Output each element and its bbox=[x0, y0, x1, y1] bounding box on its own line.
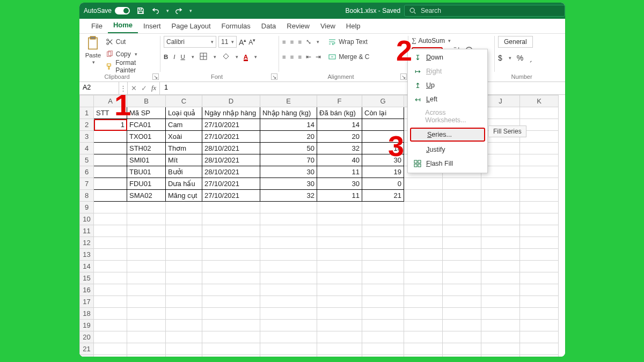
row-header[interactable]: 22 bbox=[80, 355, 94, 357]
cell[interactable]: 30 bbox=[260, 178, 317, 190]
fill-up-item[interactable]: ↥Up bbox=[408, 78, 487, 92]
fill-series-item[interactable]: Series... bbox=[410, 128, 485, 142]
cell[interactable] bbox=[94, 261, 127, 272]
cell[interactable]: 18 bbox=[362, 143, 404, 154]
cell[interactable] bbox=[481, 249, 520, 261]
cell[interactable] bbox=[443, 272, 481, 284]
cell[interactable]: 21 bbox=[362, 190, 404, 202]
cell[interactable] bbox=[520, 225, 559, 237]
cell[interactable] bbox=[260, 237, 317, 249]
cell[interactable] bbox=[260, 355, 317, 357]
cell[interactable]: 20 bbox=[317, 131, 362, 143]
cell[interactable]: FCA01 bbox=[127, 119, 166, 131]
row-header[interactable]: 14 bbox=[80, 261, 94, 272]
cell[interactable] bbox=[443, 190, 481, 202]
cell[interactable] bbox=[127, 249, 166, 261]
cell[interactable] bbox=[481, 237, 520, 249]
cell[interactable]: STT bbox=[94, 107, 127, 119]
cell[interactable] bbox=[166, 284, 202, 296]
tab-home[interactable]: Home bbox=[108, 19, 138, 33]
cell[interactable] bbox=[166, 320, 202, 331]
cell[interactable] bbox=[520, 308, 559, 320]
cell[interactable]: 40 bbox=[317, 154, 362, 166]
cell[interactable]: 28/10/2021 bbox=[202, 166, 260, 178]
cell[interactable] bbox=[202, 202, 260, 213]
cell[interactable] bbox=[94, 296, 127, 308]
enter-formula-icon[interactable]: ✓ bbox=[141, 84, 147, 92]
cell[interactable] bbox=[260, 343, 317, 355]
flash-fill-item[interactable]: Flash Fill bbox=[408, 157, 487, 171]
cell[interactable] bbox=[362, 355, 404, 357]
merge-center-button[interactable]: Merge & C bbox=[328, 51, 369, 63]
cell[interactable]: Thơm bbox=[166, 143, 202, 154]
fill-justify-item[interactable]: Justify bbox=[408, 143, 487, 157]
cancel-formula-icon[interactable]: ✕ bbox=[131, 84, 137, 92]
cell[interactable] bbox=[94, 131, 127, 143]
cell[interactable] bbox=[260, 202, 317, 213]
cell[interactable]: 1 bbox=[94, 119, 127, 131]
cell[interactable] bbox=[202, 213, 260, 225]
cell[interactable] bbox=[202, 296, 260, 308]
cell[interactable] bbox=[94, 249, 127, 261]
cell[interactable] bbox=[362, 131, 404, 143]
cell[interactable] bbox=[481, 355, 520, 357]
cell[interactable] bbox=[481, 261, 520, 272]
cell[interactable] bbox=[317, 355, 362, 357]
cell[interactable] bbox=[481, 272, 520, 284]
cell[interactable] bbox=[202, 308, 260, 320]
cell[interactable] bbox=[404, 331, 443, 343]
cell[interactable] bbox=[481, 225, 520, 237]
font-name-combo[interactable]: Calibri▾ bbox=[164, 36, 216, 48]
row-header[interactable]: 2 bbox=[80, 119, 94, 131]
cell[interactable] bbox=[202, 272, 260, 284]
cell[interactable] bbox=[94, 166, 127, 178]
cell[interactable] bbox=[362, 213, 404, 225]
cell[interactable] bbox=[404, 249, 443, 261]
cell[interactable]: Nhập hàng (kg) bbox=[260, 107, 317, 119]
row-header[interactable]: 16 bbox=[80, 284, 94, 296]
cell[interactable] bbox=[404, 202, 443, 213]
row-header[interactable]: 5 bbox=[80, 154, 94, 166]
cell[interactable] bbox=[127, 261, 166, 272]
cell[interactable] bbox=[166, 261, 202, 272]
cell[interactable] bbox=[94, 178, 127, 190]
undo-icon[interactable] bbox=[150, 5, 161, 16]
cell[interactable] bbox=[481, 296, 520, 308]
cell[interactable] bbox=[520, 237, 559, 249]
cell[interactable] bbox=[520, 331, 559, 343]
cell[interactable] bbox=[481, 178, 520, 190]
font-size-combo[interactable]: 11▾ bbox=[218, 36, 237, 48]
cell[interactable] bbox=[94, 225, 127, 237]
row-header[interactable]: 12 bbox=[80, 237, 94, 249]
cell[interactable] bbox=[362, 119, 404, 131]
cell[interactable] bbox=[404, 308, 443, 320]
cell[interactable] bbox=[520, 154, 559, 166]
cell[interactable] bbox=[202, 249, 260, 261]
dialog-launcher-icon[interactable]: ↘ bbox=[400, 73, 407, 80]
decrease-indent-icon[interactable]: ⇤ bbox=[306, 53, 311, 61]
cell[interactable] bbox=[404, 343, 443, 355]
column-header-D[interactable]: D bbox=[202, 95, 260, 107]
cell[interactable] bbox=[94, 284, 127, 296]
cell[interactable] bbox=[362, 202, 404, 213]
cell[interactable] bbox=[404, 237, 443, 249]
cell[interactable] bbox=[127, 284, 166, 296]
column-header-B[interactable]: B bbox=[127, 95, 166, 107]
cell[interactable]: 28/10/2021 bbox=[202, 143, 260, 154]
cell[interactable] bbox=[481, 320, 520, 331]
cell[interactable] bbox=[520, 343, 559, 355]
cell[interactable] bbox=[166, 355, 202, 357]
cell[interactable] bbox=[317, 249, 362, 261]
cell[interactable] bbox=[404, 225, 443, 237]
cell[interactable] bbox=[94, 355, 127, 357]
cell[interactable] bbox=[260, 308, 317, 320]
cell[interactable] bbox=[520, 202, 559, 213]
cell[interactable] bbox=[362, 296, 404, 308]
cell[interactable]: Bưởi bbox=[166, 166, 202, 178]
cell[interactable] bbox=[520, 284, 559, 296]
cell[interactable] bbox=[317, 261, 362, 272]
increase-indent-icon[interactable]: ⇥ bbox=[316, 53, 321, 61]
cell[interactable]: 27/10/2021 bbox=[202, 119, 260, 131]
cell[interactable]: Mã SP bbox=[127, 107, 166, 119]
cell[interactable] bbox=[481, 190, 520, 202]
